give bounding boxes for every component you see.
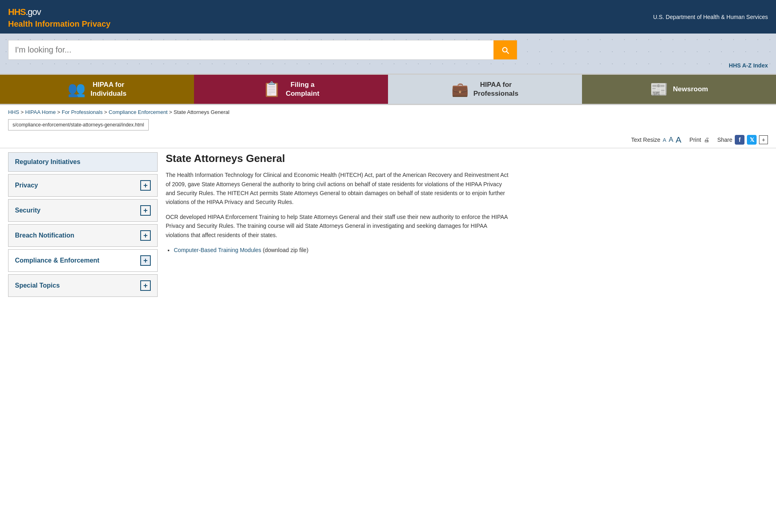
complaint-icon: 📋 [263,81,281,98]
professionals-label: HIPAA forProfessionals [473,80,519,98]
sidebar-item-privacy[interactable]: Privacy + [8,174,158,197]
breadcrumb-for-professionals[interactable]: For Professionals [62,109,103,115]
breadcrumb-hhs[interactable]: HHS [8,109,19,115]
main-content: State Attorneys General The Health Infor… [166,152,509,299]
individuals-icon: 👥 [67,81,86,98]
individuals-label: HIPAA forIndividuals [91,80,127,98]
sidebar-item-security[interactable]: Security + [8,199,158,222]
list-item-training: Computer-Based Training Modules (downloa… [174,245,509,255]
sidebar-header-compliance[interactable]: Compliance & Enforcement + [8,250,157,271]
facebook-icon[interactable]: f [735,135,744,145]
nav-tile-individuals[interactable]: 👥 HIPAA forIndividuals [0,75,194,104]
site-subtitle: Health Information Privacy [8,19,110,29]
page-title: State Attorneys General [166,152,509,165]
nav-tile-professionals[interactable]: 💼 HIPAA forProfessionals [388,75,582,104]
sidebar-title-breach: Breach Notification [15,232,74,239]
sidebar-header-regulatory[interactable]: Regulatory Initiatives [8,153,157,171]
newsroom-icon: 📰 [650,81,668,98]
content-paragraph-2: OCR developed HIPAA Enforcement Training… [166,212,509,240]
newsroom-label: Newsroom [673,85,708,94]
sidebar: Regulatory Initiatives Privacy + Securit… [8,152,158,299]
share-label: Share [717,137,732,143]
content-list: Computer-Based Training Modules (downloa… [174,245,509,255]
print-icon: 🖨 [704,137,709,143]
sidebar-header-breach[interactable]: Breach Notification + [8,225,157,246]
breadcrumb: HHS > HIPAA Home > For Professionals > C… [0,105,776,119]
text-resize-small[interactable]: A [663,137,666,143]
text-resize-group: Text Resize A A A [631,135,681,145]
sidebar-title-privacy: Privacy [15,182,38,189]
sidebar-header-security[interactable]: Security + [8,200,157,221]
content-paragraph-1: The Health Information Technology for Cl… [166,170,509,207]
text-resize-label: Text Resize [631,137,660,143]
breadcrumb-current: State Attorneys General [174,109,230,115]
search-icon [501,46,510,55]
share-group: Share f 𝕏 + [717,135,768,145]
sidebar-toggle-security[interactable]: + [140,205,151,216]
sidebar-toggle-privacy[interactable]: + [140,180,151,191]
sidebar-toggle-breach[interactable]: + [140,230,151,241]
sidebar-title-compliance: Compliance & Enforcement [15,257,99,264]
breadcrumb-hipaa-home[interactable]: HIPAA Home [25,109,56,115]
site-header: HHS.gov Health Information Privacy U.S. … [0,0,776,34]
az-index-link[interactable]: HHS A-Z Index [729,62,768,69]
text-resize-large[interactable]: A [676,135,681,145]
url-hint-bar: s/compliance-enforcement/state-attorneys… [8,119,149,130]
sidebar-title-regulatory: Regulatory Initiatives [15,158,80,166]
sidebar-title-special: Special Topics [15,282,60,289]
search-button[interactable] [493,40,517,59]
sidebar-header-special[interactable]: Special Topics + [8,275,157,296]
sidebar-toggle-compliance[interactable]: + [140,255,151,266]
share-more-icon[interactable]: + [759,135,768,144]
print-group[interactable]: Print 🖨 [690,137,709,143]
nav-tile-complaint[interactable]: 📋 Filing aComplaint [194,75,388,104]
sidebar-header-privacy[interactable]: Privacy + [8,175,157,196]
search-section: HHS A-Z Index [0,34,776,74]
main-layout: Regulatory Initiatives Privacy + Securit… [0,148,517,303]
toolbar: Text Resize A A A Print 🖨 Share f 𝕏 + [0,132,776,148]
twitter-icon[interactable]: 𝕏 [747,135,757,145]
sidebar-item-compliance[interactable]: Compliance & Enforcement + [8,249,158,272]
sidebar-item-regulatory[interactable]: Regulatory Initiatives [8,152,158,172]
sidebar-item-breach[interactable]: Breach Notification + [8,224,158,247]
nav-tile-newsroom[interactable]: 📰 Newsroom [582,75,776,104]
print-label: Print [690,137,701,143]
department-name: U.S. Department of Health & Human Servic… [653,14,768,20]
complaint-label: Filing aComplaint [286,80,319,98]
sidebar-item-special[interactable]: Special Topics + [8,274,158,297]
hhs-logo: HHS.gov [8,5,110,18]
sidebar-toggle-special[interactable]: + [140,280,151,291]
breadcrumb-compliance-enforcement[interactable]: Compliance Enforcement [109,109,168,115]
list-item-suffix: (download zip file) [261,247,308,253]
sidebar-title-security: Security [15,207,40,214]
professionals-icon: 💼 [451,81,468,97]
nav-tiles: 👥 HIPAA forIndividuals 📋 Filing aComplai… [0,74,776,105]
training-modules-link[interactable]: Computer-Based Training Modules [174,247,261,253]
search-input[interactable] [8,40,493,59]
text-resize-medium[interactable]: A [668,136,673,144]
